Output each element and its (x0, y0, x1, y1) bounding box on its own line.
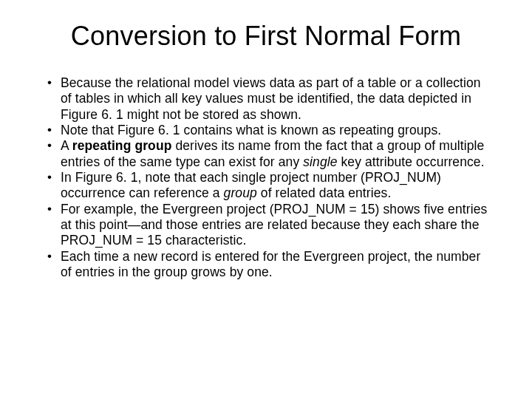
bullet-text-part: repeating group (72, 138, 172, 153)
bullet-text-part: Note that Figure 6. 1 contains what is k… (61, 123, 441, 137)
bullet-item: In Figure 6. 1, note that each single pr… (44, 170, 495, 202)
bullet-text-part: key attribute occurrence. (338, 154, 485, 169)
bullet-text-part: Each time a new record is entered for th… (61, 249, 480, 279)
bullet-item: Note that Figure 6. 1 contains what is k… (44, 123, 495, 138)
bullet-item: A repeating group derives its name from … (44, 138, 495, 170)
bullet-text-part: group (224, 185, 257, 200)
bullet-text-part: single (303, 154, 337, 169)
bullet-item: Because the relational model views data … (44, 75, 495, 123)
slide-content: Because the relational model views data … (37, 75, 495, 280)
slide-container: Conversion to First Normal Form Because … (0, 0, 532, 399)
bullet-text-part: of related data entries. (257, 185, 392, 200)
slide-title: Conversion to First Normal Form (37, 21, 495, 52)
bullet-item: Each time a new record is entered for th… (44, 249, 495, 281)
bullet-text-part: Because the relational model views data … (61, 75, 481, 122)
bullet-text-part: For example, the Evergreen project (PROJ… (61, 202, 487, 248)
bullet-text-part: A (61, 138, 72, 153)
bullet-list: Because the relational model views data … (44, 75, 495, 280)
bullet-item: For example, the Evergreen project (PROJ… (44, 202, 495, 249)
